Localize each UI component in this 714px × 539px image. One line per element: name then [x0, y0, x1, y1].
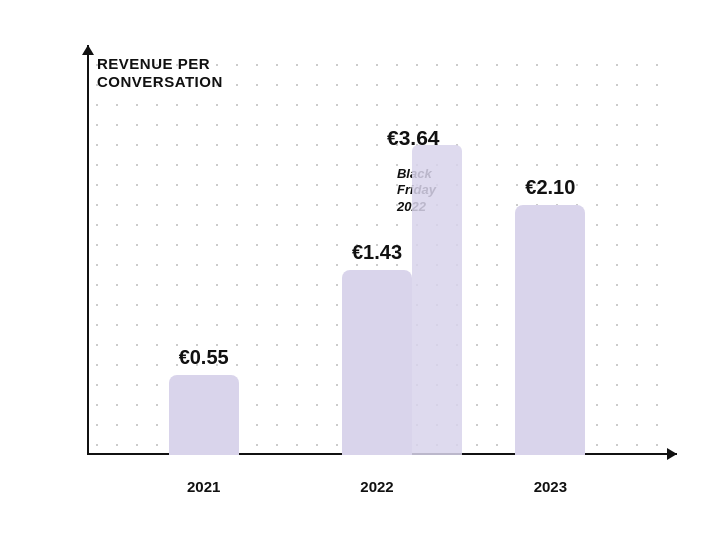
x-labels: 2021 2022 2023 [87, 478, 667, 495]
x-axis-arrow [667, 448, 677, 460]
bar-2022-wrapper [342, 270, 412, 455]
x-label-2021: 2021 [187, 478, 220, 495]
bar-group-2023: €2.10 [515, 176, 585, 455]
bar-value-2021: €0.55 [179, 346, 229, 369]
bar-group-2021: €0.55 [169, 346, 239, 455]
x-label-2023: 2023 [534, 478, 567, 495]
bars-area: €0.55 €3.64 Black Friday 2022 €1.43 €2.1… [87, 55, 667, 455]
bar-value-2023: €2.10 [525, 176, 575, 199]
bar-group-2022: €3.64 Black Friday 2022 €1.43 [342, 241, 412, 455]
bar-blackfriday [412, 145, 462, 455]
y-axis-arrow [82, 45, 94, 55]
x-label-2022: 2022 [360, 478, 393, 495]
bar-2022 [342, 270, 412, 455]
bar-2021 [169, 375, 239, 455]
bar-value-2022: €1.43 [352, 241, 402, 264]
chart-container: REVENUE PER CONVERSATION €0.55 €3.64 Bla… [27, 25, 687, 515]
bar-2023 [515, 205, 585, 455]
